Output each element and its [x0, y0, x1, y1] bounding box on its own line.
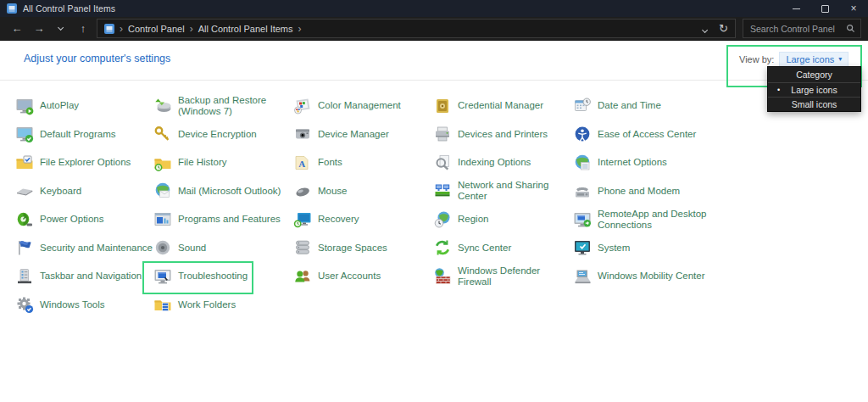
items-column-3: Color ManagementDevice ManagerAFontsMous… — [293, 92, 428, 291]
minimize-button[interactable] — [782, 0, 810, 17]
control-panel-item-internet-options[interactable]: Internet Options — [573, 148, 735, 177]
view-by-value: Large icons — [786, 54, 834, 64]
breadcrumb: ›Control Panel›All Control Panel Items› — [120, 23, 302, 35]
control-panel-item-system[interactable]: System — [573, 234, 735, 263]
mouse-icon — [293, 181, 312, 200]
control-panel-item-date-and-time[interactable]: Date and Time — [573, 92, 735, 120]
windows-tools-icon — [15, 295, 34, 314]
restore-button[interactable] — [810, 0, 839, 17]
view-by-label: View by: — [739, 54, 774, 64]
control-panel-item-keyboard[interactable]: Keyboard — [15, 177, 167, 206]
chevron-down-icon — [702, 27, 708, 33]
close-button[interactable]: × — [839, 0, 868, 17]
control-panel-item-device-manager[interactable]: Device Manager — [293, 120, 428, 149]
control-panel-item-device-encryption[interactable]: Device Encryption — [153, 120, 298, 149]
troubleshooting-icon — [153, 267, 172, 286]
control-panel-item-mouse[interactable]: Mouse — [293, 177, 428, 206]
system-icon — [573, 238, 592, 257]
item-label: Work Folders — [178, 299, 298, 310]
programs-features-icon — [153, 210, 172, 229]
control-panel-item-windows-defender-firewall[interactable]: Windows Defender Firewall — [433, 262, 572, 291]
control-panel-item-windows-tools[interactable]: Windows Tools — [15, 291, 167, 320]
control-panel-item-autoplay[interactable]: AutoPlay — [15, 92, 167, 120]
control-panel-item-remoteapp-and-desktop-connections[interactable]: RemoteApp and Desktop Connections — [573, 205, 735, 234]
item-label: Indexing Options — [458, 157, 572, 168]
firewall-icon — [433, 267, 452, 286]
control-panel-item-sync-center[interactable]: Sync Center — [433, 234, 572, 263]
control-panel-item-region[interactable]: Region — [433, 205, 572, 234]
item-label: Sync Center — [458, 243, 572, 254]
breadcrumb-chevron-icon[interactable]: › — [190, 23, 193, 35]
control-panel-item-troubleshooting[interactable]: Troubleshooting — [153, 262, 298, 291]
item-label: Sound — [178, 243, 298, 254]
selected-bullet-icon: • — [777, 86, 780, 94]
item-label: Phone and Modem — [598, 186, 735, 197]
control-panel-item-file-explorer-options[interactable]: File Explorer Options — [15, 148, 167, 177]
control-panel-item-mail-microsoft-outlook[interactable]: Mail (Microsoft Outlook) — [153, 177, 298, 206]
control-panel-item-windows-mobility-center[interactable]: Windows Mobility Center — [573, 262, 735, 291]
control-panel-item-security-and-maintenance[interactable]: Security and Maintenance — [15, 234, 167, 263]
breadcrumb-item[interactable]: Control Panel — [128, 24, 185, 34]
item-label: File History — [178, 157, 298, 168]
control-panel-item-default-programs[interactable]: Default Programs — [15, 120, 167, 149]
ease-of-access-icon — [573, 125, 592, 143]
control-panel-item-backup-and-restore-windows-7[interactable]: Backup and Restore (Windows 7) — [153, 92, 298, 120]
control-panel-item-indexing-options[interactable]: Indexing Options — [433, 148, 572, 177]
item-label: Network and Sharing Center — [458, 180, 572, 202]
storage-spaces-icon — [293, 238, 312, 257]
item-label: Fonts — [318, 157, 428, 168]
search-box — [743, 19, 861, 38]
up-button[interactable]: ↑ — [73, 19, 93, 38]
item-label: User Accounts — [318, 271, 428, 282]
control-panel-item-file-history[interactable]: File History — [153, 148, 298, 177]
forward-button[interactable]: → — [29, 19, 49, 38]
control-panel-item-credential-manager[interactable]: Credential Manager — [433, 92, 572, 120]
view-option-category[interactable]: Category — [768, 67, 860, 82]
control-panel-item-power-options[interactable]: Power Options — [15, 205, 167, 234]
control-panel-item-work-folders[interactable]: Work Folders — [153, 291, 298, 320]
control-panel-item-devices-and-printers[interactable]: Devices and Printers — [433, 120, 572, 149]
backup-restore-icon — [153, 97, 172, 115]
item-label: Windows Defender Firewall — [458, 265, 572, 288]
view-option-label: Large icons — [791, 85, 837, 95]
control-panel-item-user-accounts[interactable]: User Accounts — [293, 262, 428, 291]
search-icon — [846, 24, 855, 33]
item-label: Programs and Features — [178, 214, 298, 225]
item-label: Region — [458, 214, 572, 225]
search-input[interactable] — [748, 23, 843, 35]
breadcrumb-chevron-icon[interactable]: › — [298, 23, 302, 35]
item-label: Power Options — [40, 214, 167, 225]
control-panel-item-fonts[interactable]: AFonts — [293, 148, 428, 177]
item-label: Taskbar and Navigation — [40, 271, 167, 282]
address-dropdown-button[interactable] — [703, 21, 707, 36]
address-bar[interactable]: ›Control Panel›All Control Panel Items› … — [97, 19, 736, 38]
view-option-small-icons[interactable]: Small icons — [768, 97, 860, 111]
back-button[interactable]: ← — [7, 19, 27, 38]
control-panel-item-network-and-sharing-center[interactable]: Network and Sharing Center — [433, 177, 572, 206]
breadcrumb-item[interactable]: All Control Panel Items — [198, 24, 293, 34]
item-label: Backup and Restore (Windows 7) — [178, 95, 298, 117]
breadcrumb-chevron-icon[interactable]: › — [120, 23, 123, 35]
item-label: Default Programs — [40, 129, 167, 140]
recent-locations-button[interactable] — [51, 19, 71, 38]
refresh-button[interactable]: ↻ — [719, 22, 728, 35]
control-panel-item-programs-and-features[interactable]: Programs and Features — [153, 205, 298, 234]
control-panel-item-recovery[interactable]: Recovery — [293, 205, 428, 234]
control-panel-item-ease-of-access-center[interactable]: Ease of Access Center — [573, 120, 735, 149]
sound-icon — [153, 238, 172, 257]
fonts-icon: A — [293, 154, 312, 172]
control-panel-item-taskbar-and-navigation[interactable]: Taskbar and Navigation — [15, 262, 167, 291]
control-panel-item-sound[interactable]: Sound — [153, 234, 298, 263]
credential-manager-icon — [433, 97, 452, 115]
view-by-dropdown[interactable]: Large icons ▾ — [779, 52, 849, 67]
internet-options-icon — [573, 154, 592, 172]
control-panel-item-phone-and-modem[interactable]: Phone and Modem — [573, 177, 735, 206]
item-label: System — [598, 243, 735, 254]
autoplay-icon — [15, 97, 34, 115]
view-by-control: View by: Large icons ▾ — [739, 52, 849, 67]
page-title: Adjust your computer's settings — [24, 53, 170, 64]
control-panel-item-color-management[interactable]: Color Management — [293, 92, 428, 120]
view-option-large-icons[interactable]: •Large icons — [768, 82, 860, 97]
control-panel-item-storage-spaces[interactable]: Storage Spaces — [293, 234, 428, 263]
item-label: Device Encryption — [178, 129, 298, 140]
